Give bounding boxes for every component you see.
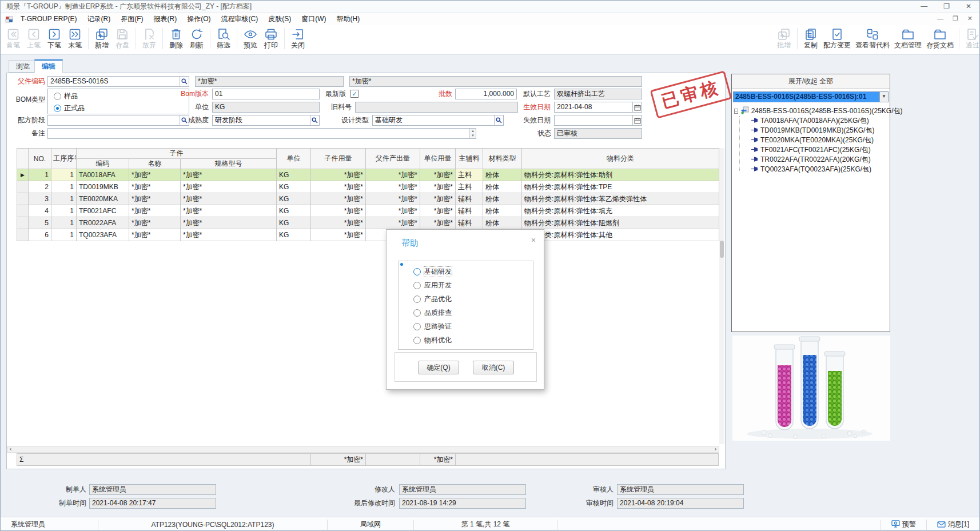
cell-name[interactable]: *加密* <box>129 169 181 181</box>
cell-seq[interactable]: 1 <box>51 205 77 217</box>
parent-code-field[interactable]: 2485B-ESS-0016S <box>47 76 189 87</box>
col-qty[interactable]: 子件用量 <box>311 149 366 169</box>
cell-qty[interactable]: *加密* <box>311 169 366 181</box>
cell-ind[interactable] <box>17 181 29 193</box>
calendar-icon[interactable] <box>632 102 642 112</box>
cell-no[interactable]: 4 <box>29 205 51 217</box>
cell-spec[interactable]: *加密* <box>181 169 277 181</box>
cell-material-type[interactable]: 粉体 <box>483 193 522 205</box>
cell-main-aux[interactable]: 主料 <box>456 181 483 193</box>
cell-qty[interactable]: *加密* <box>311 205 366 217</box>
table-row[interactable]: 51TR0022AFA*加密**加密*KG*加密**加密**加密*辅料粉体物料分… <box>17 217 719 229</box>
calendar-icon[interactable] <box>632 115 642 125</box>
cell-unit[interactable]: KG <box>277 181 311 193</box>
cell-code[interactable]: TR0022AFA <box>77 217 129 229</box>
cell-qty[interactable]: *加密* <box>311 217 366 229</box>
cell-no[interactable]: 2 <box>29 181 51 193</box>
cell-code[interactable]: TD0019MKB <box>77 181 129 193</box>
cell-material-type[interactable]: 粉体 <box>483 169 522 181</box>
cell-seq[interactable]: 1 <box>51 193 77 205</box>
refresh-button[interactable]: 刷新 <box>186 27 207 50</box>
radio-formal[interactable]: 正式品 <box>54 103 85 113</box>
cell-category[interactable]: 物料分类:原材料:弹性体:TPE <box>522 181 719 193</box>
cell-parent-output[interactable]: *加密* <box>366 181 420 193</box>
vertical-scrollbar[interactable] <box>719 148 724 444</box>
nav-next-button[interactable]: 下笔 <box>44 27 65 50</box>
col-name[interactable]: 名称 <box>129 159 181 169</box>
cell-material-type[interactable]: 粉体 <box>483 181 522 193</box>
cell-unit[interactable]: KG <box>277 193 311 205</box>
dialog-option-5[interactable]: 物料优化 <box>413 333 533 347</box>
cell-unit-usage[interactable]: *加密* <box>420 217 456 229</box>
filter-button[interactable]: 筛选 <box>213 27 234 50</box>
cell-parent-output[interactable]: *加密* <box>366 193 420 205</box>
cell-name[interactable]: *加密* <box>129 229 181 241</box>
cell-parent-output[interactable]: *加密* <box>366 205 420 217</box>
minimize-icon[interactable]: — <box>921 1 927 13</box>
dialog-option-4[interactable]: 思路验证 <box>413 320 533 333</box>
menu-item-4[interactable]: 操作(O) <box>182 14 216 24</box>
design-type-field[interactable]: 基础研发 <box>372 115 504 126</box>
dialog-option-1[interactable]: 应用开发 <box>413 278 533 292</box>
cell-no[interactable]: 1 <box>29 169 51 181</box>
chevron-down-icon[interactable]: ▼ <box>879 92 888 102</box>
scrollbar-thumb[interactable] <box>720 241 724 258</box>
col-main-aux[interactable]: 主辅料 <box>456 149 483 169</box>
mdi-minimize-icon[interactable]: — <box>937 15 943 22</box>
cell-main-aux[interactable]: 主料 <box>456 169 483 181</box>
lookup-icon[interactable] <box>180 77 189 86</box>
cell-no[interactable]: 3 <box>29 193 51 205</box>
tree-item-3[interactable]: TF0021AFC(TF0021AFC)(25KG/包) <box>734 145 889 155</box>
cell-seq[interactable]: 1 <box>51 229 77 241</box>
close-icon[interactable]: ✕ <box>966 1 971 13</box>
cell-code[interactable]: TQ0023AFA <box>77 229 129 241</box>
close-icon[interactable]: × <box>531 235 536 245</box>
table-row[interactable]: 31TE0020MKA*加密**加密*KG*加密**加密**加密*辅料粉体物料分… <box>17 193 719 205</box>
print-button[interactable]: 打印 <box>261 27 281 50</box>
col-unit-usage[interactable]: 单位用量 <box>420 149 456 169</box>
cell-qty[interactable]: *加密* <box>311 229 366 241</box>
latest-version-checkbox[interactable]: ✓ <box>350 90 358 98</box>
col-code[interactable]: 编码 <box>77 159 129 169</box>
cell-main-aux[interactable]: 辅料 <box>456 193 483 205</box>
cell-unit[interactable]: KG <box>277 217 311 229</box>
scroll-right-icon[interactable]: › <box>712 446 719 452</box>
menu-item-0[interactable]: T-GROUP ERP(E) <box>15 14 82 24</box>
cell-spec[interactable]: *加密* <box>181 193 277 205</box>
substitute-button[interactable]: 查看替代料 <box>853 27 892 50</box>
stock-doc-button[interactable]: 存货文档 <box>924 27 956 50</box>
cancel-button[interactable]: 取消(C) <box>473 361 514 374</box>
menu-item-1[interactable]: 记录(R) <box>82 14 115 24</box>
cell-code[interactable]: TA0018AFA <box>77 169 129 181</box>
cell-name[interactable]: *加密* <box>129 205 181 217</box>
exit-button[interactable]: 关闭 <box>288 27 308 50</box>
menu-item-2[interactable]: 界面(F) <box>115 14 148 24</box>
cell-qty[interactable]: *加密* <box>311 181 366 193</box>
expand-collapse-all-button[interactable]: 展开/收起 全部 <box>732 74 890 89</box>
cell-no[interactable]: 5 <box>29 217 51 229</box>
horizontal-scrollbar[interactable]: ‹ › <box>7 446 719 453</box>
mdi-restore-icon[interactable]: ❐ <box>953 15 958 22</box>
tree-item-1[interactable]: TD0019MKB(TD0019MKB)(25KG/包) <box>734 126 889 135</box>
cell-unit-usage[interactable]: *加密* <box>420 193 456 205</box>
nav-last-button[interactable]: 末笔 <box>65 27 85 50</box>
cell-no[interactable]: 6 <box>29 229 51 241</box>
cell-unit-usage[interactable]: *加密* <box>420 169 456 181</box>
cell-category[interactable]: 物料分类:原材料:弹性体:苯乙烯类弹性体 <box>522 193 719 205</box>
preview-button[interactable]: 预览 <box>240 27 261 50</box>
menu-item-8[interactable]: 帮助(H) <box>331 14 365 24</box>
table-row[interactable]: ▶11TA0018AFA*加密**加密*KG*加密**加密**加密*主料粉体物料… <box>17 169 719 181</box>
cell-seq[interactable]: 1 <box>51 181 77 193</box>
cell-ind[interactable] <box>17 193 29 205</box>
tree-item-0[interactable]: TA0018AFA(TA0018AFA)(25KG/包) <box>734 116 889 126</box>
col-seq[interactable]: 工序序号 <box>51 149 77 169</box>
expire-date-field[interactable] <box>554 115 642 126</box>
menu-item-5[interactable]: 流程审核(C) <box>216 14 263 24</box>
table-row[interactable]: 21TD0019MKB*加密**加密*KG*加密**加密**加密*主料粉体物料分… <box>17 181 719 193</box>
cell-spec[interactable]: *加密* <box>181 217 277 229</box>
cell-unit-usage[interactable]: *加密* <box>420 181 456 193</box>
cell-parent-output[interactable]: *加密* <box>366 217 420 229</box>
menu-item-7[interactable]: 窗口(W) <box>296 14 331 24</box>
remark-field[interactable]: ▲▼ <box>47 128 476 139</box>
cell-seq[interactable]: 1 <box>51 169 77 181</box>
